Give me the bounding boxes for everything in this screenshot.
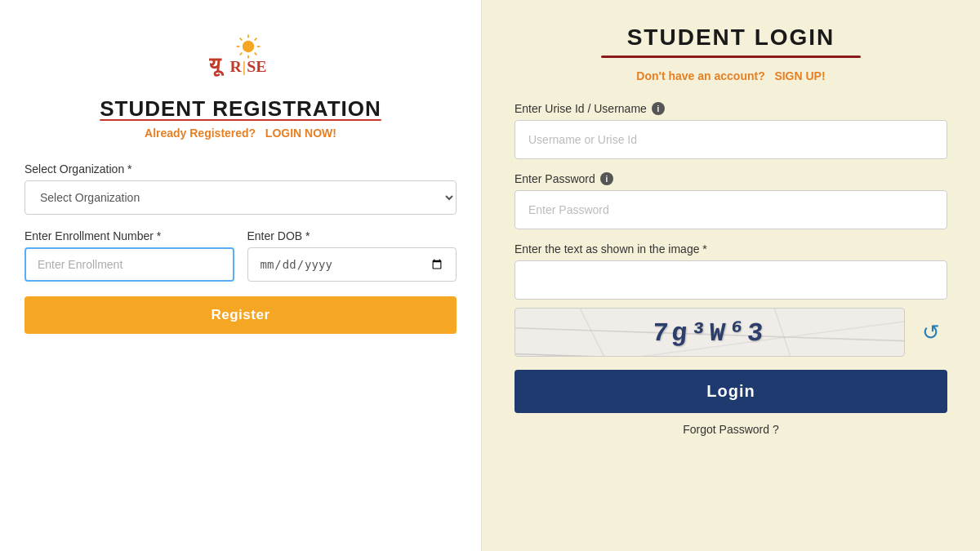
dob-label: Enter DOB * — [247, 229, 457, 242]
enrollment-input[interactable] — [24, 247, 234, 282]
password-info-icon: i — [600, 172, 613, 185]
dob-input[interactable] — [247, 247, 457, 282]
svg-line-14 — [515, 354, 904, 357]
captcha-image: 7g³W⁶3 — [514, 308, 905, 357]
svg-line-17 — [774, 309, 800, 357]
captcha-input[interactable] — [514, 260, 947, 300]
svg-line-5 — [239, 38, 242, 41]
svg-line-6 — [254, 53, 256, 56]
urise-logo: यू R | SE — [204, 33, 278, 82]
enrollment-label: Enter Enrollment Number * — [24, 229, 234, 242]
title-underline — [601, 56, 861, 58]
svg-text:SE: SE — [247, 57, 266, 75]
login-panel: STUDENT LOGIN Don't have an account? SIG… — [482, 0, 980, 551]
refresh-captcha-button[interactable]: ↺ — [915, 316, 947, 349]
login-form: Enter Urise Id / Username i Enter Passwo… — [514, 102, 947, 436]
logo-area: यू R | SE — [204, 33, 278, 88]
registration-title: STUDENT REGISTRATION — [100, 96, 381, 122]
enrollment-dob-row: Enter Enrollment Number * Enter DOB * — [24, 229, 457, 282]
student-login-title: STUDENT LOGIN — [627, 24, 835, 51]
urise-id-input[interactable] — [514, 120, 947, 159]
already-registered-label: Already Registered? — [145, 127, 256, 140]
dob-field-group: Enter DOB * — [247, 229, 457, 282]
captcha-text: 7g³W⁶3 — [652, 316, 768, 349]
svg-line-8 — [239, 53, 242, 56]
captcha-row: 7g³W⁶3 ↺ — [514, 308, 947, 357]
organization-label: Select Organization * — [24, 162, 457, 176]
registration-panel: यू R | SE STUDENT REGISTRATION Already R… — [0, 0, 482, 551]
urise-id-label: Enter Urise Id / Username i — [514, 102, 947, 115]
forgot-password-link[interactable]: Forgot Password ? — [514, 423, 947, 436]
svg-text:R: R — [229, 57, 242, 75]
login-now-link[interactable]: LOGIN NOW! — [265, 127, 336, 140]
already-registered-text: Already Registered? LOGIN NOW! — [145, 127, 336, 140]
signup-row: Don't have an account? SIGN UP! — [636, 69, 825, 82]
svg-text:यू: यू — [207, 54, 225, 77]
svg-point-0 — [242, 41, 253, 52]
registration-form: Select Organization * Select Organizatio… — [24, 162, 457, 334]
signup-link[interactable]: SIGN UP! — [774, 69, 825, 82]
login-button[interactable]: Login — [514, 370, 947, 413]
enrollment-field-group: Enter Enrollment Number * — [24, 229, 234, 282]
password-label: Enter Password i — [514, 172, 947, 185]
password-input[interactable] — [514, 190, 947, 229]
signup-prompt: Don't have an account? — [636, 69, 764, 82]
urise-id-info-icon: i — [652, 102, 665, 115]
captcha-label: Enter the text as shown in the image * — [514, 242, 947, 256]
svg-line-16 — [580, 309, 619, 357]
organization-select[interactable]: Select Organization — [24, 180, 457, 215]
register-button[interactable]: Register — [24, 296, 457, 334]
svg-text:|: | — [242, 57, 245, 75]
svg-line-7 — [254, 38, 256, 41]
